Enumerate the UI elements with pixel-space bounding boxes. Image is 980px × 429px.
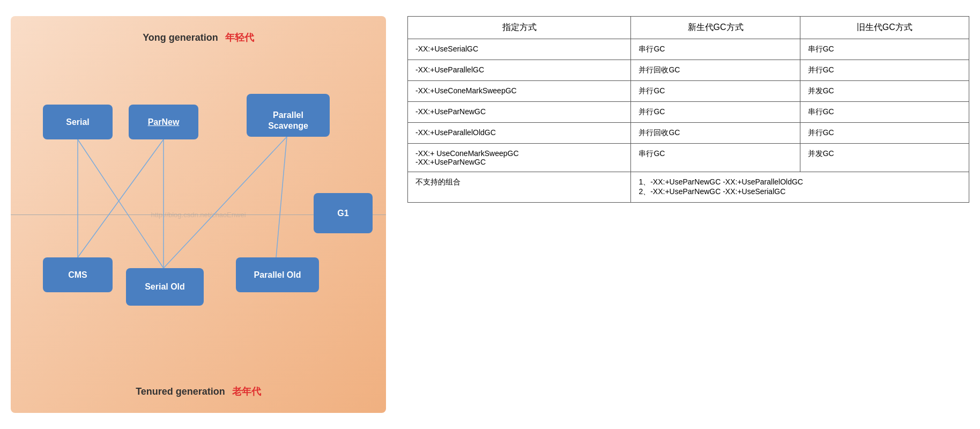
svg-line-5: [276, 137, 287, 257]
tenured-gen-en: Tenured generation: [136, 386, 225, 397]
gc-node-parallel-scavenge: Parallel Scavenge: [247, 94, 330, 137]
table-row: -XX:+ UseConeMarkSweepGC -XX:+UseParNewG…: [408, 144, 969, 172]
gc-node-serial-old: Serial Old: [126, 268, 204, 306]
gc-node-g1: G1: [314, 193, 373, 233]
table-row: 不支持的组合1、-XX:+UseParNewGC -XX:+UseParalle…: [408, 172, 969, 203]
cell-spec: -XX:+UseParallelOldGC: [408, 123, 631, 144]
gc-node-parnew: ParNew: [129, 105, 198, 139]
table-row: -XX:+UseSerialGC串行GC串行GC: [408, 39, 969, 60]
col-header-young: 新生代GC方式: [631, 17, 800, 39]
cell-old: 串行GC: [800, 39, 969, 60]
cell-unsupported: 1、-XX:+UseParNewGC -XX:+UseParallelOldGC…: [631, 172, 969, 203]
gc-node-serial: Serial: [43, 105, 113, 139]
cell-spec: -XX:+UseParallelGC: [408, 60, 631, 81]
young-generation-label: Yong generation 年轻代: [143, 31, 254, 44]
col-header-spec: 指定方式: [408, 17, 631, 39]
tenured-gen-cn: 老年代: [232, 386, 261, 397]
cell-old: 并行GC: [800, 60, 969, 81]
table-row: -XX:+UseParallelGC并行回收GC并行GC: [408, 60, 969, 81]
cell-spec: -XX:+UseParNewGC: [408, 102, 631, 123]
col-header-old: 旧生代GC方式: [800, 17, 969, 39]
svg-line-1: [78, 139, 164, 268]
table-header-row: 指定方式 新生代GC方式 旧生代GC方式: [408, 17, 969, 39]
cell-old: 并发GC: [800, 144, 969, 172]
cell-young: 串行GC: [631, 39, 800, 60]
gc-node-cms: CMS: [43, 257, 113, 292]
gc-comparison-table: 指定方式 新生代GC方式 旧生代GC方式 -XX:+UseSerialGC串行G…: [407, 16, 969, 203]
cell-young: 并行回收GC: [631, 123, 800, 144]
cell-spec: -XX:+UseSerialGC: [408, 39, 631, 60]
young-gen-en: Yong generation: [143, 32, 218, 43]
cell-young: 串行GC: [631, 144, 800, 172]
tenured-generation-label: Tenured generation 老年代: [136, 385, 261, 398]
cell-young: 并行GC: [631, 81, 800, 102]
gc-diagram: Yong generation 年轻代 http://blog.csdn.net…: [11, 16, 386, 413]
svg-line-2: [78, 139, 164, 257]
gc-node-parallel-old: Parallel Old: [236, 257, 319, 292]
young-gen-cn: 年轻代: [225, 32, 254, 43]
cell-spec: -XX:+UseConeMarkSweepGC: [408, 81, 631, 102]
cell-young: 并行回收GC: [631, 60, 800, 81]
table-row: -XX:+UseParNewGC并行GC串行GC: [408, 102, 969, 123]
cell-old: 并发GC: [800, 81, 969, 102]
table-row: -XX:+UseParallelOldGC并行回收GC并行GC: [408, 123, 969, 144]
cell-spec: -XX:+ UseConeMarkSweepGC -XX:+UseParNewG…: [408, 144, 631, 172]
cell-young: 并行GC: [631, 102, 800, 123]
gc-table-container: 指定方式 新生代GC方式 旧生代GC方式 -XX:+UseSerialGC串行G…: [407, 16, 969, 413]
cell-old: 串行GC: [800, 102, 969, 123]
cell-old: 并行GC: [800, 123, 969, 144]
table-row: -XX:+UseConeMarkSweepGC并行GC并发GC: [408, 81, 969, 102]
cell-spec: 不支持的组合: [408, 172, 631, 203]
svg-line-4: [164, 137, 287, 268]
